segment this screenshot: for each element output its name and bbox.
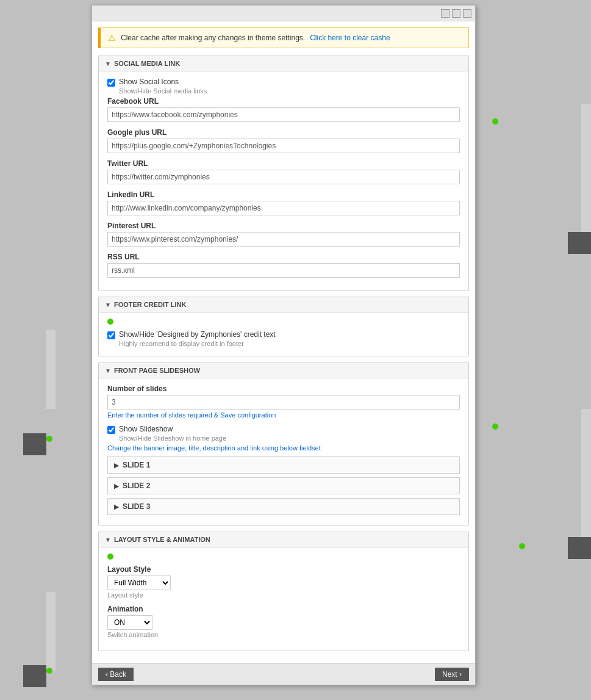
next-button[interactable]: Next ›	[435, 668, 469, 681]
slideshow-header[interactable]: ▼ FRONT PAGE SLIDESHOW	[99, 363, 468, 378]
green-dot-3	[492, 424, 498, 430]
rss-label: RSS URL	[107, 253, 460, 261]
scrollbar-handle-left[interactable]	[23, 433, 46, 455]
google-label: Google plus URL	[107, 128, 460, 137]
show-slideshow-sublabel: Show/Hide Slideshow in home page	[119, 435, 226, 442]
content-area: ⚠ Clear cache after making any changes i…	[92, 21, 475, 663]
minimize-button[interactable]	[441, 9, 450, 18]
linkedin-field-group: LinkedIn URL	[107, 190, 460, 215]
slide2-arrow: ▶	[114, 483, 119, 489]
scrollbar-handle-left2[interactable]	[23, 665, 46, 687]
footer-credit-arrow: ▼	[105, 301, 111, 308]
animation-hint: Switch animation	[107, 631, 460, 638]
facebook-label: Facebook URL	[107, 97, 460, 106]
footer-credit-body: Show/Hide 'Designed by Zymphonies' credi…	[99, 312, 468, 356]
scrollbar-left2[interactable]	[46, 592, 56, 671]
pinterest-input[interactable]	[107, 232, 460, 247]
footer-credit-dot	[107, 319, 113, 325]
green-dot-4	[519, 543, 525, 549]
close-button[interactable]	[463, 9, 471, 18]
slide1-label: SLIDE 1	[123, 461, 150, 469]
show-social-icons-label: Show Social Icons	[119, 78, 207, 86]
slideshow-body: Number of slides Enter the number of sli…	[99, 378, 468, 525]
show-slideshow-label: Show Slideshow	[119, 425, 226, 433]
linkedin-input[interactable]	[107, 201, 460, 215]
alert-message: Clear cache after making any changes in …	[121, 34, 305, 42]
scrollbar-right[interactable]	[581, 104, 591, 238]
scrollbar-handle-right2[interactable]	[568, 537, 591, 559]
layout-style-label: Layout Style	[107, 565, 460, 574]
slide3-label: SLIDE 3	[123, 502, 150, 511]
twitter-input[interactable]	[107, 170, 460, 184]
facebook-input[interactable]	[107, 107, 460, 122]
layout-title: LAYOUT STYLE & ANIMATION	[114, 536, 210, 543]
window-titlebar	[92, 5, 475, 21]
alert-box: ⚠ Clear cache after making any changes i…	[98, 27, 469, 48]
layout-arrow: ▼	[105, 536, 111, 543]
footer-bar: ‹ Back Next ›	[92, 663, 475, 685]
layout-section: ▼ LAYOUT STYLE & ANIMATION Layout Style …	[98, 532, 469, 651]
green-dot-1	[492, 118, 498, 124]
linkedin-label: LinkedIn URL	[107, 190, 460, 199]
layout-style-select-wrapper: Full Width Boxed	[107, 576, 171, 590]
animation-group: Animation ON OFF Switch animation	[107, 605, 460, 638]
slide2-label: SLIDE 2	[123, 482, 150, 490]
warning-icon: ⚠	[108, 33, 116, 43]
footer-credit-checkbox[interactable]	[107, 331, 115, 339]
layout-dot	[107, 554, 113, 560]
green-dot-2	[46, 436, 52, 442]
google-input[interactable]	[107, 139, 460, 153]
scrollbar-right2[interactable]	[581, 409, 591, 543]
num-slides-label: Number of slides	[107, 384, 460, 393]
rss-input[interactable]	[107, 263, 460, 278]
num-slides-hint: Enter the number of slides required & Sa…	[107, 411, 460, 419]
show-social-icons-checkbox[interactable]	[107, 79, 115, 87]
layout-style-select[interactable]: Full Width Boxed	[107, 576, 171, 590]
slideshow-section: ▼ FRONT PAGE SLIDESHOW Number of slides …	[98, 363, 469, 525]
footer-credit-header[interactable]: ▼ FOOTER CREDIT LINK	[99, 297, 468, 312]
green-dot-5	[46, 668, 52, 674]
slide3-item[interactable]: ▶ SLIDE 3	[107, 498, 460, 515]
slide1-item[interactable]: ▶ SLIDE 1	[107, 456, 460, 474]
rss-field-group: RSS URL	[107, 253, 460, 278]
animation-label: Animation	[107, 605, 460, 613]
footer-credit-checkbox-row: Show/Hide 'Designed by Zymphonies' credi…	[107, 330, 460, 347]
layout-body: Layout Style Full Width Boxed Layout sty…	[99, 547, 468, 651]
show-slideshow-checkbox[interactable]	[107, 426, 115, 434]
show-social-icons-sublabel: Show/Hide Social media links	[119, 87, 207, 95]
layout-header[interactable]: ▼ LAYOUT STYLE & ANIMATION	[99, 532, 468, 547]
footer-credit-label: Show/Hide 'Designed by Zymphonies' credi…	[119, 330, 276, 339]
animation-select-wrapper: ON OFF	[107, 615, 152, 630]
alert-link[interactable]: Click here to clear cashe	[310, 34, 390, 42]
social-media-header[interactable]: ▼ SOCIAL MEDIA LINK	[99, 56, 468, 71]
footer-credit-sublabel: Highly recomend to display credit in foo…	[119, 340, 276, 347]
animation-select[interactable]: ON OFF	[107, 615, 152, 630]
footer-credit-section: ▼ FOOTER CREDIT LINK Show/Hide 'Designed…	[98, 297, 469, 356]
slide3-arrow: ▶	[114, 503, 119, 510]
twitter-label: Twitter URL	[107, 159, 460, 168]
pinterest-field-group: Pinterest URL	[107, 222, 460, 247]
social-media-body: Show Social Icons Show/Hide Social media…	[99, 71, 468, 290]
scrollbar-left[interactable]	[46, 330, 56, 409]
layout-style-group: Layout Style Full Width Boxed Layout sty…	[107, 565, 460, 599]
show-slideshow-row: Show Slideshow Show/Hide Slideshow in ho…	[107, 425, 460, 442]
slideshow-arrow: ▼	[105, 367, 111, 374]
facebook-field-group: Facebook URL	[107, 97, 460, 122]
back-button[interactable]: ‹ Back	[98, 668, 134, 681]
show-social-icons-row: Show Social Icons Show/Hide Social media…	[107, 78, 460, 95]
slideshow-title: FRONT PAGE SLIDESHOW	[114, 367, 200, 374]
scrollbar-handle-right[interactable]	[568, 232, 591, 254]
main-window: ⚠ Clear cache after making any changes i…	[91, 5, 476, 685]
social-media-arrow: ▼	[105, 60, 111, 67]
social-media-title: SOCIAL MEDIA LINK	[114, 60, 180, 67]
maximize-button[interactable]	[452, 9, 460, 18]
num-slides-input[interactable]	[107, 395, 460, 410]
num-slides-group: Number of slides Enter the number of sli…	[107, 384, 460, 419]
layout-style-hint: Layout style	[107, 591, 460, 599]
social-media-section: ▼ SOCIAL MEDIA LINK Show Social Icons Sh…	[98, 56, 469, 290]
slide1-arrow: ▶	[114, 462, 119, 469]
pinterest-label: Pinterest URL	[107, 222, 460, 230]
banner-info: Change the banner image, title, descript…	[107, 444, 460, 452]
slide2-item[interactable]: ▶ SLIDE 2	[107, 477, 460, 494]
footer-credit-title: FOOTER CREDIT LINK	[114, 301, 187, 308]
